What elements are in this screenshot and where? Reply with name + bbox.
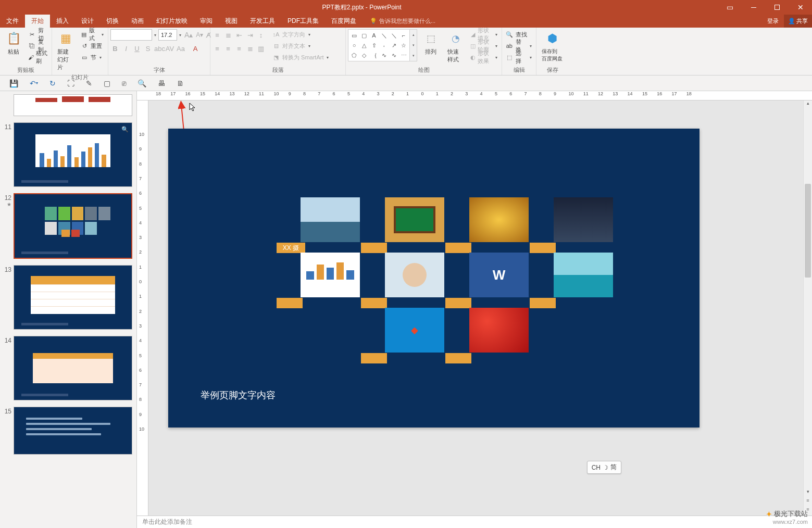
align-right-button[interactable]: ≡ — [234, 45, 244, 53]
columns-button[interactable]: ▥ — [256, 45, 266, 53]
slide-image[interactable] — [554, 253, 613, 297]
slide-image[interactable] — [385, 197, 444, 242]
section-button[interactable]: ▭节▾ — [79, 52, 106, 62]
new-slide-button[interactable]: ▦ 新建 幻灯片 — [54, 29, 77, 72]
redo-button[interactable]: ↻ — [49, 79, 56, 87]
slide-image[interactable] — [301, 197, 360, 242]
thumb-slide-13[interactable] — [14, 265, 132, 330]
thumb-slide-11[interactable]: 🔍 — [14, 122, 132, 187]
scrollbar-thumb[interactable] — [805, 184, 811, 278]
tab-baidu-netdisk[interactable]: 百度网盘 — [325, 15, 363, 28]
slide-image[interactable]: W — [469, 253, 529, 297]
underline-button[interactable]: U — [132, 45, 142, 53]
slide-image[interactable] — [385, 253, 444, 297]
tab-review[interactable]: 审阅 — [194, 15, 219, 28]
italic-button[interactable]: I — [121, 45, 131, 53]
spacing-button[interactable]: AV — [165, 45, 174, 53]
tab-view[interactable]: 视图 — [219, 15, 244, 28]
qat-icon-5[interactable]: ✎ — [86, 79, 92, 87]
maximize-button[interactable] — [765, 0, 789, 15]
grow-font-icon[interactable]: A▴ — [183, 31, 194, 39]
change-case-button[interactable]: Aa — [176, 45, 185, 53]
tab-transitions[interactable]: 切换 — [100, 15, 125, 28]
shapes-gallery[interactable]: ▭▢A＼＼⌐ ○△⇧⬫↗☆ ⬠◇｛∿∿⋯ — [348, 29, 410, 61]
justify-button[interactable]: ≣ — [245, 45, 255, 53]
line-spacing-button[interactable]: ↕ — [256, 31, 266, 39]
start-from-beginning-button[interactable]: ▢ — [104, 79, 110, 87]
shape-effects-button[interactable]: ◐形状效果▾ — [469, 52, 499, 62]
decrease-indent-button[interactable]: ⇤ — [234, 31, 244, 39]
arrange-button[interactable]: ⬚ 排列 — [419, 29, 442, 57]
numbering-button[interactable]: ≣ — [223, 31, 233, 39]
thumb-row[interactable]: 13 — [0, 262, 136, 333]
tab-animations[interactable]: 动画 — [125, 15, 150, 28]
text-direction-button[interactable]: ↕A文字方向▾ — [271, 29, 331, 40]
slide-image[interactable]: ◆ — [385, 308, 444, 353]
align-left-button[interactable]: ≡ — [213, 45, 222, 53]
format-painter-button[interactable]: 🖌格式刷 — [27, 52, 49, 62]
tab-home[interactable]: 开始 — [25, 15, 50, 28]
save-to-netdisk-button[interactable]: ⬢ 保存到 百度网盘 — [539, 29, 566, 64]
tab-developer[interactable]: 开发工具 — [244, 15, 281, 28]
slide-image[interactable] — [554, 197, 613, 242]
tab-design[interactable]: 设计 — [75, 15, 100, 28]
ribbon-tabs: 文件 开始 插入 设计 切换 动画 幻灯片放映 审阅 视图 开发工具 PDF工具… — [0, 15, 812, 28]
ribbon-display-options[interactable]: ▭ — [718, 0, 742, 15]
thumb-row[interactable] — [0, 91, 136, 119]
touch-mode-button[interactable]: ⛶ — [67, 79, 74, 87]
paste-button[interactable]: 📋 粘贴 — [2, 29, 25, 57]
quick-styles-button[interactable]: ◔ 快速样式 — [444, 29, 467, 65]
print-preview-button[interactable]: 🖶 — [158, 79, 165, 87]
vertical-scrollbar[interactable]: ▴ ▾ ≡ ≡ — [803, 100, 812, 516]
qat-icon-10[interactable]: 🗎 — [177, 79, 184, 87]
increase-indent-button[interactable]: ⇥ — [245, 31, 255, 39]
shadow-button[interactable]: S — [143, 45, 153, 53]
align-center-button[interactable]: ≡ — [223, 45, 233, 53]
reset-button[interactable]: ↺重置 — [79, 41, 106, 51]
thumb-slide[interactable] — [14, 94, 132, 116]
thumb-row[interactable]: 12★ — [0, 190, 136, 262]
tab-slideshow[interactable]: 幻灯片放映 — [150, 15, 194, 28]
horizontal-ruler[interactable]: 1817161514131211109876543210123456789101… — [137, 91, 812, 100]
slide-footer-text[interactable]: 举例页脚文字内容 — [201, 389, 276, 401]
vertical-ruler[interactable]: 10987654321012345678910 — [137, 100, 148, 516]
thumb-slide-14[interactable] — [14, 336, 132, 400]
ime-indicator[interactable]: CH ☽ 简 — [587, 461, 621, 474]
zoom-button[interactable]: 🔍 — [138, 79, 146, 87]
current-slide[interactable]: XX 摄 — [168, 129, 699, 428]
login-button[interactable]: 登录 — [762, 17, 784, 25]
strike-button[interactable]: abc — [154, 45, 164, 53]
slide-image[interactable] — [469, 197, 529, 242]
tab-file[interactable]: 文件 — [0, 15, 25, 28]
undo-button[interactable]: ↶ ▾ — [30, 79, 38, 87]
save-button[interactable]: 💾 — [9, 79, 18, 87]
thumb-row[interactable]: 14 — [0, 333, 136, 404]
select-button[interactable]: ⬚选择▾ — [504, 52, 534, 62]
font-color-button[interactable]: A — [191, 45, 200, 53]
smartart-button[interactable]: ⬔转换为 SmartArt▾ — [271, 52, 331, 62]
slide-image[interactable] — [469, 308, 529, 353]
thumb-row[interactable]: 11 🔍 — [0, 119, 136, 190]
close-button[interactable]: ✕ — [789, 0, 812, 15]
font-family-combo[interactable] — [110, 29, 152, 41]
thumb-slide-15[interactable] — [14, 407, 132, 455]
thumb-slide-12[interactable] — [14, 193, 132, 259]
tab-pdf-tools[interactable]: PDF工具集 — [281, 15, 325, 28]
thumb-row[interactable]: 15 — [0, 404, 136, 458]
start-from-current-button[interactable]: ⎚ — [122, 79, 126, 87]
notes-pane[interactable]: 单击此处添加备注 — [137, 516, 812, 528]
minimize-button[interactable] — [742, 0, 765, 15]
slide-canvas[interactable]: XX 摄 — [148, 100, 812, 516]
layout-button[interactable]: ▤版式▾ — [79, 29, 106, 40]
group-label: 剪贴板 — [2, 65, 49, 74]
slide-image[interactable] — [301, 253, 360, 297]
bullets-button[interactable]: ≡ — [213, 31, 222, 39]
share-button[interactable]: 👤 共享 — [784, 15, 812, 28]
gallery-scroll[interactable]: ▴▾▾ — [410, 29, 417, 61]
align-text-button[interactable]: ⊟对齐文本▾ — [271, 41, 331, 51]
font-size-combo[interactable]: 17.2 — [158, 29, 177, 41]
tell-me-search[interactable]: 💡 告诉我您想要做什么... — [370, 17, 435, 25]
shrink-font-icon[interactable]: A▾ — [195, 31, 204, 39]
tab-insert[interactable]: 插入 — [50, 15, 75, 28]
bold-button[interactable]: B — [110, 45, 120, 53]
